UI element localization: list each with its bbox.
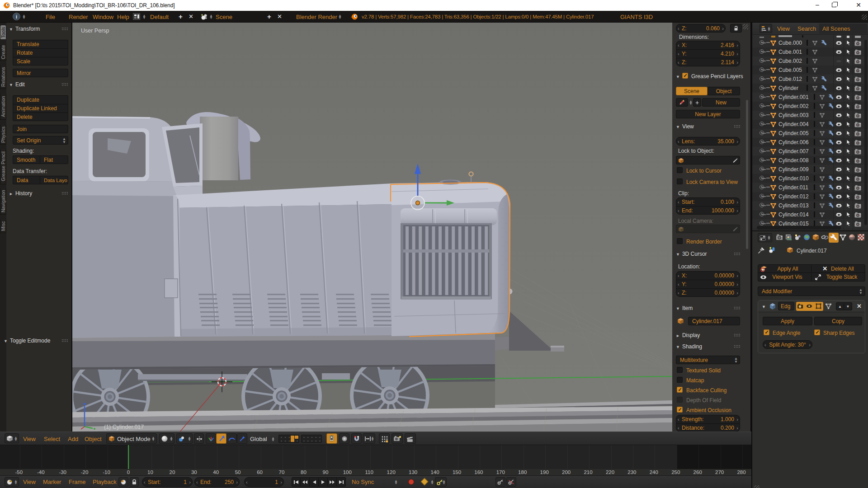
- svg-text:User Persp: User Persp: [81, 28, 109, 34]
- svg-text:(1) Cylinder.017: (1) Cylinder.017: [104, 424, 144, 430]
